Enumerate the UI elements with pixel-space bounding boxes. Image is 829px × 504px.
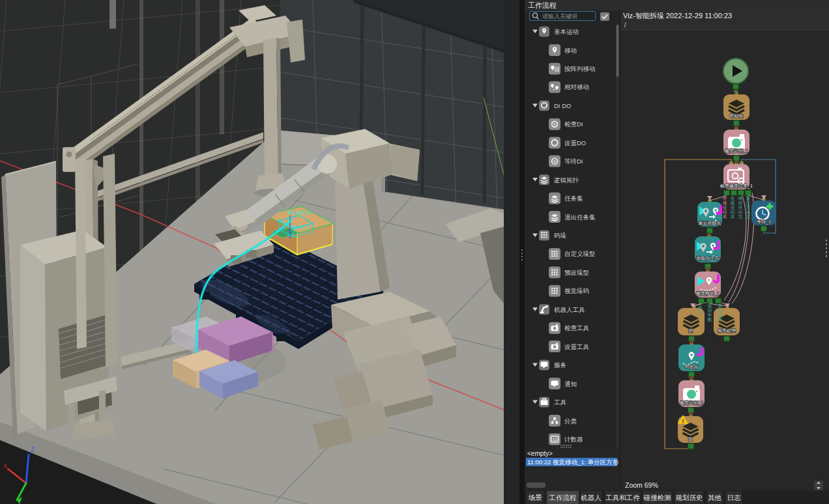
svg-text:果: 果	[746, 196, 751, 201]
svg-text:视觉移动_1: 视觉移动_1	[696, 291, 720, 296]
svg-text:日志: 日志	[727, 494, 742, 501]
svg-text:视觉识别_2: 视觉识别_2	[680, 400, 703, 406]
svg-text:划: 划	[708, 308, 712, 313]
svg-text:成: 成	[746, 210, 751, 214]
svg-text:/: /	[624, 21, 626, 29]
svg-text:设置工具: 设置工具	[564, 343, 590, 350]
svg-text:服务: 服务	[554, 361, 567, 369]
svg-text:DI DO: DI DO	[554, 102, 571, 109]
svg-text:逻辑拓扑: 逻辑拓扑	[554, 176, 579, 184]
svg-text:移动: 移动	[564, 47, 577, 54]
svg-text:检查视觉结果_1: 检查视觉结果_1	[720, 184, 753, 189]
svg-text:完: 完	[738, 214, 743, 219]
svg-text:败: 败	[708, 317, 712, 322]
svg-text:计数器: 计数器	[564, 436, 583, 443]
svg-text:x: x	[4, 462, 7, 469]
svg-text:工作流程: 工作流程	[528, 1, 557, 9]
svg-text:码垛: 码垛	[554, 232, 567, 239]
svg-text:场景: 场景	[529, 494, 543, 501]
svg-text:机器人: 机器人	[581, 494, 602, 501]
svg-text:机器人工具: 机器人工具	[554, 306, 585, 313]
svg-text:Viz-智能拆垛 2022-12-29 11:00:23: Viz-智能拆垛 2022-12-29 11:00:23	[623, 12, 732, 20]
svg-text:等待_1: 等待_1	[757, 219, 771, 225]
svg-text:果: 果	[723, 214, 727, 219]
svg-text:放: 放	[688, 436, 693, 441]
svg-text:果: 果	[731, 214, 735, 219]
svg-text:已: 已	[746, 201, 751, 205]
svg-text:自定义垛型: 自定义垛型	[564, 250, 596, 257]
svg-text:运: 运	[746, 214, 751, 219]
svg-text:续: 续	[738, 201, 743, 205]
svg-text:按阵列移动: 按阵列移动	[564, 65, 596, 72]
svg-text:工作流程: 工作流程	[549, 494, 577, 501]
svg-text:相对移动: 相对移动	[564, 83, 589, 91]
svg-text:靠近抓取点: 靠近抓取点	[287, 210, 310, 216]
svg-text:异常处理: 异常处理	[718, 328, 736, 333]
svg-text:其他: 其他	[708, 494, 721, 501]
svg-text:检查DI: 检查DI	[564, 120, 583, 128]
svg-text:设置DO: 设置DO	[564, 139, 586, 147]
svg-text:检查工具: 检查工具	[564, 324, 590, 331]
svg-text:11:00:22 视觉移动_1: 单分区方形: 11:00:22 视觉移动_1: 单分区方形	[527, 458, 619, 466]
svg-text:抓: 抓	[689, 328, 693, 333]
svg-text:功: 功	[698, 309, 703, 314]
svg-text:!: !	[682, 418, 684, 425]
svg-text:失: 失	[718, 313, 723, 317]
svg-text:等: 等	[738, 205, 743, 210]
svg-text:<empty>: <empty>	[527, 450, 553, 457]
svg-text:失: 失	[708, 313, 712, 317]
svg-text:分类: 分类	[564, 417, 577, 425]
svg-text:抓取点上方: 抓取点上方	[697, 255, 720, 261]
svg-text:通知: 通知	[564, 380, 577, 387]
svg-text:中间点: 中间点	[685, 365, 699, 370]
svg-text:工具: 工具	[554, 399, 567, 406]
svg-text:工具和工件: 工具和工件	[605, 494, 640, 501]
svg-text:等待DI: 等待DI	[564, 158, 583, 165]
svg-text:靠近抓取点: 靠近抓取点	[699, 221, 721, 226]
svg-text:继: 继	[738, 196, 743, 201]
svg-text:Z: Z	[31, 446, 35, 453]
svg-text:成: 成	[698, 305, 703, 309]
svg-text:视觉识别_1: 视觉识别_1	[725, 148, 748, 154]
svg-text:规划历史: 规划历史	[676, 494, 703, 501]
svg-text:退出任务集: 退出任务集	[564, 214, 596, 221]
svg-text:请输入关键词: 请输入关键词	[542, 13, 577, 20]
svg-text:12: 12	[553, 438, 557, 441]
svg-text:视觉垛码: 视觉垛码	[564, 287, 589, 294]
svg-text:DI: DI	[553, 160, 557, 163]
svg-text:碰撞检测: 碰撞检测	[643, 494, 671, 501]
svg-text:基本运动: 基本运动	[554, 28, 579, 35]
svg-text:DI: DI	[553, 123, 557, 126]
svg-text:预设垛型: 预设垛型	[564, 269, 589, 276]
svg-text:Zoom 69%: Zoom 69%	[625, 481, 658, 489]
svg-text:有: 有	[723, 196, 727, 201]
svg-text:初始化: 初始化	[729, 113, 744, 119]
svg-text:败: 败	[718, 317, 723, 322]
svg-text:任务集: 任务集	[564, 195, 583, 202]
svg-text:抓取点_1: 抓取点_1	[291, 225, 310, 230]
